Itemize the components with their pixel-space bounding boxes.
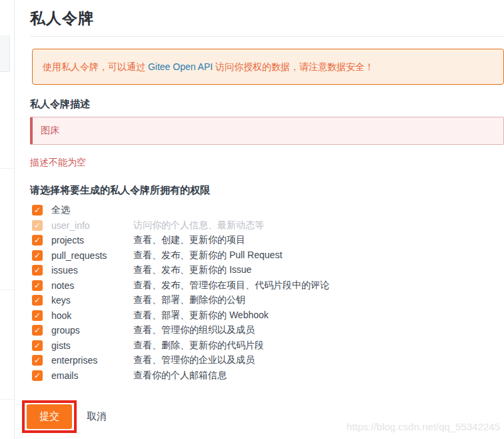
permission-row: ✓ groups 查看、管理你的组织以及成员: [30, 323, 504, 338]
permission-description: 查看、部署、删除你的公钥: [133, 294, 245, 306]
permission-description: 查看、管理你的企业以及成员: [133, 354, 255, 366]
permission-label: groups: [51, 325, 133, 336]
checkbox-checked-icon[interactable]: ✓: [32, 370, 43, 381]
checkbox-checked-icon[interactable]: ✓: [32, 265, 43, 276]
permission-row: ✓ emails 查看你的个人邮箱信息: [30, 368, 504, 384]
permission-description: 查看、删除、更新你的代码片段: [133, 340, 264, 352]
permission-label: hook: [51, 310, 133, 321]
permission-label: issues: [51, 265, 133, 276]
submit-button[interactable]: 提交: [27, 404, 72, 429]
checkbox-checked-icon: ✓: [32, 220, 43, 231]
permission-label: gists: [51, 340, 133, 351]
security-warning-banner: 使用私人令牌，可以通过 Gitee Open API 访问你授权的数据，请注意数…: [32, 49, 504, 85]
annotation-highlight-box: 提交: [22, 400, 77, 433]
permission-row: ✓ issues 查看、发布、更新你的 Issue: [30, 263, 504, 278]
gitee-open-api-link[interactable]: Gitee Open API: [148, 61, 213, 72]
permission-row: ✓ 全选: [30, 203, 504, 218]
permission-row: ✓ projects 查看、创建、更新你的项目: [30, 233, 504, 248]
permission-description: 查看、部署、更新你的 Webhook: [133, 310, 269, 322]
permissions-heading: 请选择将要生成的私人令牌所拥有的权限: [30, 184, 504, 197]
private-token-page: 私人令牌 使用私人令牌，可以通过 Gitee Open API 访问你授权的数据…: [15, 0, 504, 439]
permission-description: 查看你的个人邮箱信息: [133, 370, 227, 382]
banner-text-after: 访问你授权的数据，请注意数据安全！: [213, 61, 374, 72]
checkbox-checked-icon[interactable]: ✓: [32, 325, 43, 336]
checkbox-checked-icon[interactable]: ✓: [32, 340, 43, 351]
permission-label: user_info: [51, 220, 133, 231]
checkbox-checked-icon[interactable]: ✓: [32, 205, 43, 215]
permission-label: enterprises: [51, 355, 133, 366]
permission-row: ✓ keys 查看、部署、删除你的公钥: [30, 293, 504, 308]
form-actions: 提交 取消: [30, 400, 504, 433]
checkbox-checked-icon[interactable]: ✓: [32, 310, 43, 321]
permission-description: 查看、发布、更新你的 Issue: [133, 264, 251, 276]
title-divider: [30, 36, 504, 37]
permission-row: ✓ gists 查看、删除、更新你的代码片段: [30, 338, 504, 354]
checkbox-checked-icon[interactable]: ✓: [32, 280, 43, 291]
sidebar-sliver: [0, 0, 15, 439]
permission-row: ✓ user_info 访问你的个人信息、最新动态等: [30, 218, 504, 234]
permission-row: ✓ pull_requests 查看、发布、更新你的 Pull Request: [30, 248, 504, 264]
checkbox-checked-icon[interactable]: ✓: [32, 355, 43, 366]
sidebar-divider: [0, 168, 14, 169]
sidebar-divider: [0, 399, 14, 400]
permission-row: ✓ hook 查看、部署、更新你的 Webhook: [30, 308, 504, 324]
token-description-input[interactable]: [30, 117, 504, 145]
permission-description: 查看、创建、更新你的项目: [133, 234, 245, 246]
permission-label: emails: [51, 370, 133, 381]
checkbox-checked-icon[interactable]: ✓: [32, 295, 43, 306]
description-error-message: 描述不能为空: [30, 157, 504, 169]
permission-description: 查看、管理你的组织以及成员: [133, 324, 255, 336]
permission-label: projects: [51, 235, 133, 246]
checkbox-checked-icon[interactable]: ✓: [32, 250, 43, 261]
sidebar-active-item-fragment: [0, 35, 10, 72]
permission-description: 访问你的个人信息、最新动态等: [133, 220, 264, 232]
sidebar-divider: [0, 290, 14, 290]
permission-row: ✓ notes 查看、发布、管理你在项目、代码片段中的评论: [30, 278, 504, 294]
permission-label: notes: [51, 280, 133, 291]
permission-row: ✓ enterprises 查看、管理你的企业以及成员: [30, 353, 504, 368]
permission-description: 查看、发布、更新你的 Pull Request: [133, 250, 282, 262]
checkbox-checked-icon[interactable]: ✓: [32, 235, 43, 246]
page-title: 私人令牌: [30, 8, 504, 29]
permission-description: 查看、发布、管理你在项目、代码片段中的评论: [133, 280, 329, 292]
banner-text-before: 使用私人令牌，可以通过: [43, 61, 148, 72]
permission-label: 全选: [51, 204, 133, 216]
permission-label: pull_requests: [51, 250, 133, 261]
token-description-label: 私人令牌描述: [30, 98, 504, 111]
permission-label: keys: [51, 295, 133, 306]
permissions-list: ✓ 全选 ✓ user_info 访问你的个人信息、最新动态等 ✓ projec…: [30, 203, 504, 383]
cancel-link[interactable]: 取消: [87, 410, 107, 423]
